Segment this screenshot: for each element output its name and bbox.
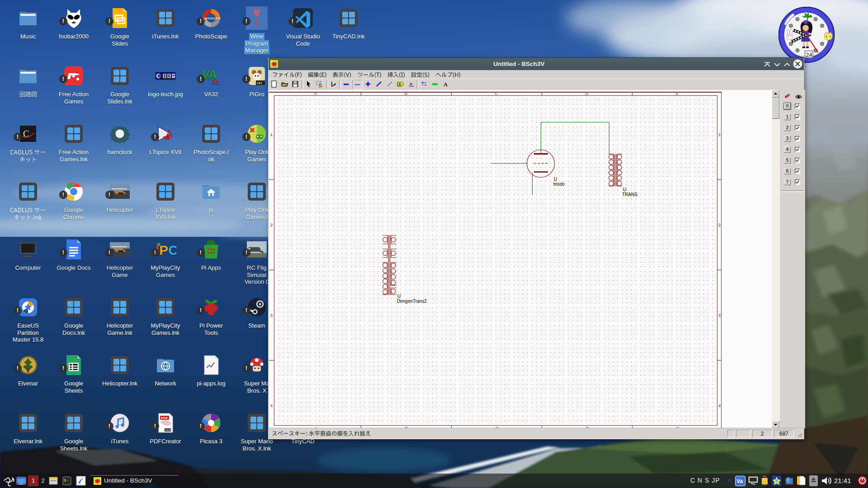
svg-text:D: D <box>585 91 589 96</box>
svg-text:E: E <box>676 91 679 96</box>
svg-text:4: 4 <box>718 403 721 408</box>
svg-text:1: 1 <box>270 132 273 137</box>
svg-text:A: A <box>314 91 317 96</box>
svg-text:1: 1 <box>718 132 721 137</box>
svg-text:A: A <box>443 81 448 88</box>
svg-text:U: U <box>554 177 557 182</box>
svg-text:2: 2 <box>718 222 721 227</box>
svg-text:3: 3 <box>718 313 721 318</box>
svg-text:U: U <box>397 294 401 299</box>
svg-text:triodo: triodo <box>553 182 565 187</box>
svg-text:!: ! <box>788 478 789 483</box>
svg-text:$-: $- <box>64 479 69 483</box>
svg-text:TRANS: TRANS <box>622 192 637 197</box>
svg-text:A: A <box>398 82 401 87</box>
svg-text:U: U <box>623 187 626 192</box>
svg-text:Va: Va <box>736 478 743 484</box>
svg-text:A: A <box>410 81 413 86</box>
svg-text:C: C <box>495 91 498 96</box>
svg-text:24: 24 <box>806 52 812 58</box>
svg-text:B: B <box>405 91 407 96</box>
svg-text:2: 2 <box>270 222 273 227</box>
svg-text:3: 3 <box>270 313 273 318</box>
svg-text:4: 4 <box>270 403 273 408</box>
svg-text:DengenTrans2: DengenTrans2 <box>397 299 427 304</box>
